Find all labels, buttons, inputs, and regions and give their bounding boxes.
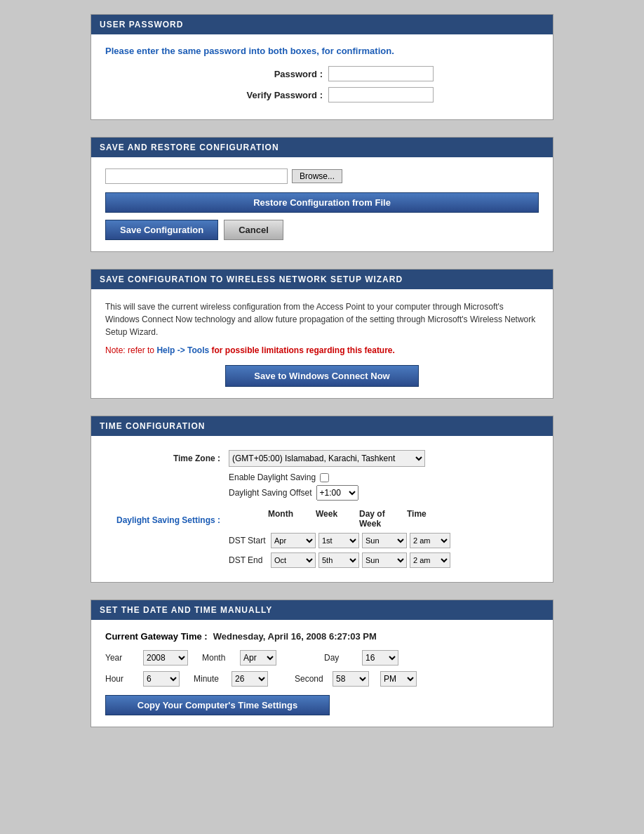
month-label: Month: [202, 653, 234, 663]
day-select[interactable]: 16: [362, 650, 398, 666]
second-label: Second: [295, 674, 327, 684]
wizard-description: This will save the current wireless conf…: [105, 300, 539, 338]
col-time-label: Time: [407, 509, 448, 529]
file-path-input[interactable]: [105, 168, 288, 184]
enable-dst-label: Enable Daylight Saving: [229, 472, 316, 482]
ampm-select[interactable]: PM: [380, 671, 417, 687]
dst-start-week-select[interactable]: 1st: [318, 533, 359, 548]
note-suffix: for possible limitations regarding this …: [209, 345, 395, 355]
user-password-header: USER PASSWORD: [91, 15, 553, 34]
minute-label: Minute: [194, 674, 226, 684]
manual-datetime-title: SET THE DATE AND TIME MANUALLY: [100, 605, 272, 615]
dst-start-month-select[interactable]: Apr: [271, 533, 316, 548]
col-month-label: Month: [268, 509, 313, 529]
wizard-header: SAVE CONFIGURATION TO WIRELESS NETWORK S…: [91, 270, 553, 289]
timezone-select[interactable]: (GMT+05:00) Islamabad, Karachi, Tashkent: [229, 450, 425, 467]
dst-end-week-select[interactable]: 5th: [318, 552, 359, 568]
verify-password-label: Verify Password :: [210, 90, 323, 100]
password-label: Password :: [210, 69, 323, 79]
timezone-label: Time Zone :: [105, 447, 224, 470]
user-password-title: USER PASSWORD: [100, 20, 183, 29]
save-restore-header: SAVE AND RESTORE CONFIGURATION: [91, 138, 553, 157]
month-select[interactable]: Apr: [240, 650, 276, 666]
user-password-panel: USER PASSWORD Please enter the same pass…: [90, 14, 554, 120]
time-config-title: TIME CONFIGURATION: [100, 421, 205, 431]
year-label: Year: [105, 653, 137, 663]
restore-config-button[interactable]: Restore Configuration from File: [105, 192, 539, 213]
manual-datetime-header: SET THE DATE AND TIME MANUALLY: [91, 600, 553, 620]
browse-button[interactable]: Browse...: [292, 169, 342, 183]
time-config-panel: TIME CONFIGURATION Time Zone : (GMT+05:0…: [90, 416, 554, 583]
dst-end-label: DST End: [229, 555, 268, 565]
minute-select[interactable]: 26: [232, 671, 268, 687]
dst-end-time-select[interactable]: 2 am: [410, 552, 450, 568]
save-restore-panel: SAVE AND RESTORE CONFIGURATION Browse...…: [90, 137, 554, 252]
password-input[interactable]: [328, 66, 434, 81]
wizard-panel: SAVE CONFIGURATION TO WIRELESS NETWORK S…: [90, 269, 554, 399]
dst-end-dow-select[interactable]: Sun: [362, 552, 407, 568]
save-config-button[interactable]: Save Configuration: [105, 220, 218, 240]
hour-label: Hour: [105, 674, 137, 684]
dst-offset-label: Daylight Saving Offset: [229, 488, 312, 498]
year-select[interactable]: 2008: [143, 650, 188, 666]
day-label: Day: [324, 653, 356, 663]
save-restore-title: SAVE AND RESTORE CONFIGURATION: [100, 143, 279, 152]
cancel-button[interactable]: Cancel: [224, 220, 283, 240]
note-prefix: Note: refer to: [105, 345, 156, 355]
col-week-label: Week: [316, 509, 356, 529]
dst-start-dow-select[interactable]: Sun: [362, 533, 407, 548]
current-gateway-label: Current Gateway Time :: [105, 631, 208, 642]
dst-start-label: DST Start: [229, 536, 268, 545]
enable-dst-checkbox[interactable]: [320, 473, 329, 482]
user-password-info: Please enter the same password into both…: [105, 46, 539, 56]
col-dow-label: Day of Week: [359, 509, 404, 529]
dst-settings-label: Daylight Saving Settings :: [105, 470, 224, 571]
wizard-note: Note: refer to Help -> Tools for possibl…: [105, 345, 539, 355]
copy-time-button[interactable]: Copy Your Computer's Time Settings: [105, 695, 330, 715]
time-config-header: TIME CONFIGURATION: [91, 416, 553, 436]
current-gateway-value: Wednesday, April 16, 2008 6:27:03 PM: [213, 631, 377, 642]
dst-start-time-select[interactable]: 2 am: [410, 533, 450, 548]
second-select[interactable]: 58: [333, 671, 369, 687]
wizard-title: SAVE CONFIGURATION TO WIRELESS NETWORK S…: [100, 274, 403, 284]
manual-datetime-panel: SET THE DATE AND TIME MANUALLY Current G…: [90, 600, 554, 727]
note-link: Help -> Tools: [156, 345, 209, 355]
hour-select[interactable]: 6: [143, 671, 180, 687]
dst-offset-select[interactable]: +1:00: [316, 485, 358, 501]
verify-password-input[interactable]: [328, 87, 434, 102]
save-to-windows-button[interactable]: Save to Windows Connect Now: [225, 365, 418, 387]
dst-end-month-select[interactable]: Oct: [271, 552, 316, 568]
